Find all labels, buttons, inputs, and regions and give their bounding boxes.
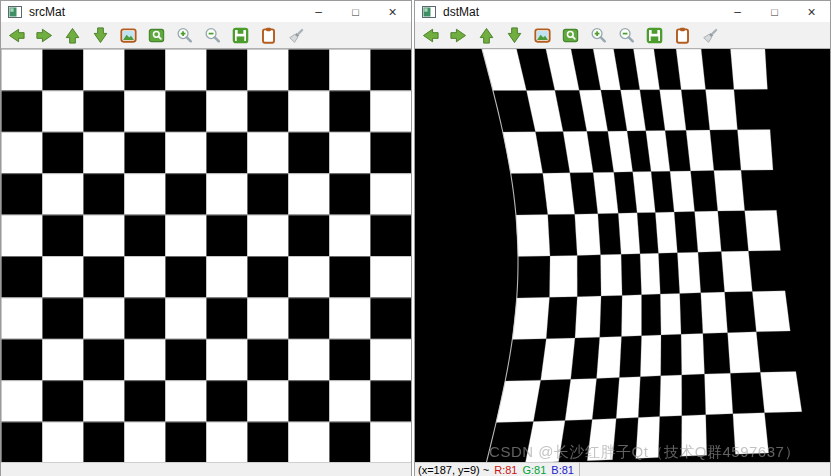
zoom-in-glyph	[589, 26, 608, 45]
forward-arrow-glyph	[35, 26, 54, 45]
window-title: dstMat	[443, 5, 719, 19]
back-arrow-icon[interactable]	[420, 24, 440, 46]
up-arrow-icon[interactable]	[62, 24, 82, 46]
pan-image-glyph	[533, 26, 552, 45]
maximize-button[interactable]: □	[756, 1, 793, 22]
zoom-region-glyph	[561, 26, 580, 45]
down-arrow-icon[interactable]	[504, 24, 524, 46]
zoom-out-icon[interactable]	[202, 24, 222, 46]
opencv-toolbar	[415, 22, 830, 48]
clean-brush-icon[interactable]	[286, 24, 306, 46]
up-arrow-icon[interactable]	[476, 24, 496, 46]
zoom-region-icon[interactable]	[560, 24, 580, 46]
dstmat-status-bar: (x=187, y=9) ~ R:81 G:81 B:81	[415, 462, 830, 476]
up-arrow-glyph	[477, 26, 496, 45]
brush-glyph	[701, 26, 720, 45]
save-icon[interactable]	[644, 24, 664, 46]
down-arrow-glyph	[505, 26, 524, 45]
forward-arrow-glyph	[449, 26, 468, 45]
forward-arrow-icon[interactable]	[34, 24, 54, 46]
zoom-in-icon[interactable]	[588, 24, 608, 46]
save-icon[interactable]	[230, 24, 250, 46]
srcmat-status-bar	[1, 462, 411, 476]
srcmat-title-bar[interactable]: srcMat – □ ×	[1, 1, 411, 22]
zoom-out-glyph	[617, 26, 636, 45]
zoom-out-glyph	[203, 26, 222, 45]
down-arrow-glyph	[91, 26, 110, 45]
close-button[interactable]: ×	[374, 1, 411, 22]
distorted-checkerboard-canvas[interactable]	[415, 49, 830, 462]
dstmat-image-area: CSDN @长沙红胖子Qt（技术Q群4597637）	[415, 48, 830, 462]
pan-image-icon[interactable]	[118, 24, 138, 46]
back-arrow-glyph	[421, 26, 440, 45]
close-button[interactable]: ×	[793, 1, 830, 22]
source-checkerboard-canvas[interactable]	[1, 49, 411, 462]
clipboard-copy-icon[interactable]	[258, 24, 278, 46]
minimize-button[interactable]: –	[719, 1, 756, 22]
srcmat-image-area	[1, 48, 411, 462]
save-glyph	[231, 26, 250, 45]
zoom-region-icon[interactable]	[146, 24, 166, 46]
window-app-icon	[422, 6, 436, 18]
down-arrow-icon[interactable]	[90, 24, 110, 46]
pixel-blue-value: B:81	[551, 464, 574, 476]
zoom-in-glyph	[175, 26, 194, 45]
forward-arrow-icon[interactable]	[448, 24, 468, 46]
brush-glyph	[287, 26, 306, 45]
pan-image-icon[interactable]	[532, 24, 552, 46]
zoom-in-icon[interactable]	[174, 24, 194, 46]
pixel-coords-readout: (x=187, y=9) ~	[418, 464, 489, 476]
pixel-green-value: G:81	[523, 464, 547, 476]
back-arrow-icon[interactable]	[6, 24, 26, 46]
dstmat-title-bar[interactable]: dstMat – □ ×	[415, 1, 830, 22]
pixel-red-value: R:81	[494, 464, 517, 476]
pan-image-glyph	[119, 26, 138, 45]
clipboard-glyph	[259, 26, 278, 45]
window-srcmat: srcMat – □ ×	[0, 0, 412, 476]
clipboard-glyph	[673, 26, 692, 45]
maximize-button[interactable]: □	[337, 1, 374, 22]
save-glyph	[645, 26, 664, 45]
zoom-region-glyph	[147, 26, 166, 45]
status-separator	[579, 463, 580, 476]
minimize-button[interactable]: –	[300, 1, 337, 22]
window-title: srcMat	[29, 5, 300, 19]
window-app-icon	[8, 6, 22, 18]
opencv-toolbar	[1, 22, 411, 48]
back-arrow-glyph	[7, 26, 26, 45]
clipboard-copy-icon[interactable]	[672, 24, 692, 46]
zoom-out-icon[interactable]	[616, 24, 636, 46]
clean-brush-icon[interactable]	[700, 24, 720, 46]
window-dstmat: dstMat – □ ×	[414, 0, 831, 476]
up-arrow-glyph	[63, 26, 82, 45]
